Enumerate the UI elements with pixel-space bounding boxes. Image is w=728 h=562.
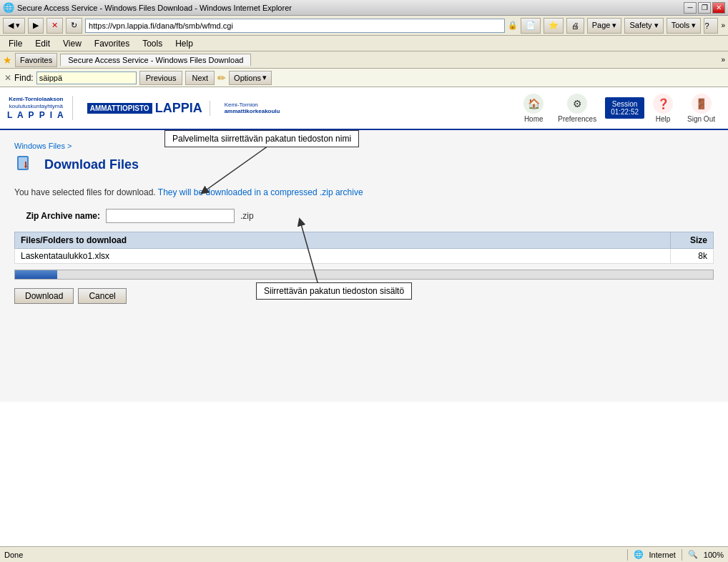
- forward-button[interactable]: ▶: [28, 18, 44, 34]
- session-time: 01:22:52: [611, 108, 639, 116]
- favorites-expand-icon: »: [721, 56, 725, 64]
- home-button[interactable]: 🏠 Home: [518, 91, 549, 126]
- options-dropdown-icon: ▾: [262, 73, 267, 82]
- help-icon: ❓: [653, 94, 673, 114]
- annotation-box-2: Siirrettävän pakatun tiedoston sisältö: [256, 282, 412, 300]
- menu-view[interactable]: View: [57, 37, 87, 50]
- find-next-button[interactable]: Next: [185, 71, 215, 85]
- logo-area: Kemi-Torniolaakson koulutuskuntayhtymä L…: [7, 96, 280, 119]
- description: You have selected files for download. Th…: [14, 187, 714, 197]
- help-button[interactable]: ❓ Help: [647, 91, 679, 126]
- kemitornio-logo: Kemi-Tornion ammattikorkeakoulu: [217, 102, 280, 114]
- kemi-logo: Kemi-Torniolaakson koulutuskuntayhtymä L…: [7, 96, 73, 119]
- session-box: Session 01:22:52: [605, 97, 644, 119]
- menu-tools[interactable]: Tools: [137, 37, 168, 50]
- zone-text: Internet: [649, 551, 676, 559]
- download-files-icon: [14, 153, 37, 176]
- favorites-button[interactable]: ⭐: [543, 18, 564, 34]
- find-label: Find:: [14, 73, 34, 83]
- annotation-box-1-text: Palvelimelta siirrettävän pakatun tiedos…: [172, 134, 351, 144]
- cancel-button[interactable]: Cancel: [78, 288, 126, 304]
- table-row: Laskentataulukko1.xlsx 8k: [15, 249, 714, 264]
- close-button[interactable]: ✕: [712, 2, 725, 14]
- favorites-bar-button[interactable]: Favorites: [15, 53, 57, 67]
- lappia-logo: AMMATTIOPISTO LAPPIA: [80, 101, 210, 116]
- menu-edit[interactable]: Edit: [29, 37, 56, 50]
- lock-icon: 🔒: [508, 21, 518, 30]
- zoom-text: 100%: [704, 551, 724, 559]
- expand-icon: »: [721, 21, 725, 29]
- favorites-label: Favorites: [20, 56, 52, 64]
- vpn-header: Kemi-Torniolaakson koulutuskuntayhtymä L…: [0, 87, 728, 130]
- col-files-header: Files/Folders to download: [15, 232, 671, 249]
- home-label: Home: [524, 115, 543, 123]
- find-previous-label: Previous: [146, 74, 177, 82]
- signout-icon: 🚪: [692, 94, 712, 114]
- refresh-button[interactable]: ↻: [66, 18, 82, 34]
- signout-button[interactable]: 🚪 Sign Out: [682, 91, 721, 126]
- find-bar: ✕ Find: Previous Next ✏ Options ▾: [0, 69, 728, 87]
- tools-menu-button[interactable]: Tools ▾: [666, 18, 702, 34]
- status-divider-1: [627, 549, 628, 561]
- star-icon: ★: [3, 54, 12, 66]
- favorites-tab-label: Secure Access Service - Windows Files Do…: [68, 56, 243, 64]
- description-blue: They will be downloaded in a compressed …: [158, 187, 363, 197]
- back-button[interactable]: ◀ ▾: [3, 18, 25, 34]
- restore-button[interactable]: ❐: [698, 2, 711, 14]
- find-close-button[interactable]: ✕: [4, 73, 11, 83]
- svg-rect-3: [25, 162, 26, 167]
- annotation-box-1: Palvelimelta siirrettävän pakatun tiedos…: [164, 130, 359, 147]
- progress-bar-fill: [15, 270, 57, 279]
- status-bar: Done 🌐 Internet 🔍 100%: [0, 546, 728, 562]
- preferences-button[interactable]: ⚙ Preferences: [552, 91, 602, 126]
- help-label: Help: [656, 115, 671, 123]
- print-button[interactable]: 🖨: [566, 18, 584, 34]
- preferences-icon: ⚙: [567, 94, 587, 114]
- home-icon: 🏠: [523, 94, 543, 114]
- title-bar-controls: ─ ❐ ✕: [684, 2, 725, 14]
- download-button[interactable]: Download: [14, 288, 74, 304]
- zip-label: Zip Archive name:: [14, 211, 100, 221]
- title-bar: 🌐 Secure Access Service - Windows Files …: [0, 0, 728, 16]
- favorites-tab[interactable]: Secure Access Service - Windows Files Do…: [60, 54, 251, 66]
- vpn-toolbar-right: 🏠 Home ⚙ Preferences Session 01:22:52 ❓ …: [518, 91, 721, 126]
- zip-form-row: Zip Archive name: .zip: [14, 209, 714, 223]
- breadcrumb: Windows Files >: [14, 142, 714, 150]
- preferences-label: Preferences: [558, 115, 596, 123]
- menu-favorites[interactable]: Favorites: [89, 37, 135, 50]
- stop-button[interactable]: ✕: [46, 18, 63, 34]
- page-title: Download Files: [44, 157, 139, 172]
- find-input[interactable]: [36, 72, 137, 84]
- files-table: Files/Folders to download Size Laskentat…: [14, 232, 714, 264]
- minimize-button[interactable]: ─: [684, 2, 697, 14]
- zip-ext-label: .zip: [240, 211, 254, 221]
- zip-name-input[interactable]: [106, 209, 235, 223]
- session-label: Session: [611, 100, 639, 108]
- col-size-header: Size: [671, 232, 714, 249]
- progress-bar-container: [14, 270, 714, 280]
- annotation-box-2-text: Siirrettävän pakatun tiedoston sisältö: [264, 286, 404, 296]
- zoom-icon: 🔍: [688, 550, 698, 559]
- main-content: Windows Files > Download Files You have …: [0, 130, 728, 402]
- signout-label: Sign Out: [687, 115, 715, 123]
- menu-help[interactable]: Help: [169, 37, 199, 50]
- page-info-button[interactable]: 📄: [521, 18, 541, 34]
- page-menu-button[interactable]: Page ▾: [587, 18, 622, 34]
- menu-file[interactable]: File: [3, 37, 28, 50]
- status-divider-2: [682, 549, 682, 561]
- find-options-button[interactable]: Options ▾: [229, 71, 272, 85]
- menu-bar: File Edit View Favorites Tools Help: [0, 36, 728, 51]
- find-next-label: Next: [192, 74, 208, 82]
- find-previous-button[interactable]: Previous: [139, 71, 183, 85]
- find-options-label: Options: [234, 74, 261, 82]
- breadcrumb-link[interactable]: Windows Files >: [14, 142, 72, 150]
- ie-icon: 🌐: [3, 2, 14, 13]
- favorites-bar: ★ Favorites Secure Access Service - Wind…: [0, 51, 728, 69]
- help-menu-button[interactable]: ?: [704, 18, 718, 34]
- file-size-cell: 8k: [671, 249, 714, 264]
- safety-menu-button[interactable]: Safety ▾: [624, 18, 663, 34]
- find-edit-icon: ✏: [217, 72, 226, 84]
- title-bar-text: 🌐 Secure Access Service - Windows Files …: [3, 2, 292, 13]
- window-title: Secure Access Service - Windows Files Do…: [17, 4, 292, 12]
- address-input[interactable]: [85, 19, 505, 33]
